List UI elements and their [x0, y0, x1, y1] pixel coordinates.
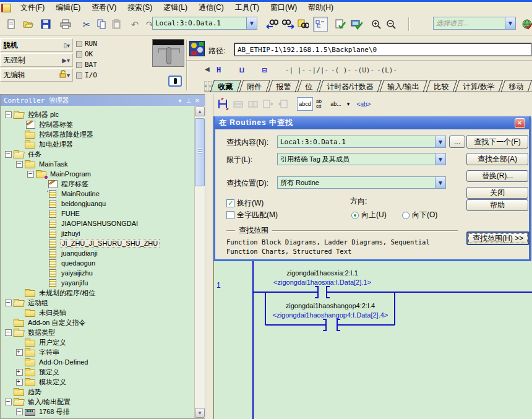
rung-icon[interactable]: H [213, 64, 225, 76]
close-icon[interactable]: ✕ [193, 97, 202, 104]
palette-tab[interactable]: 收藏 [210, 80, 241, 92]
menu-item[interactable]: 查看(V) [86, 2, 122, 14]
tag-combo[interactable]: Local:3:O.Data.1 ▼ [152, 17, 257, 30]
path-value[interactable]: AB_ETHIP-1\192.168.1.5\Backplane\0 [234, 43, 532, 56]
direction-up-radio[interactable]: 向上(U) [351, 210, 387, 220]
menu-item[interactable]: 帮助(H) [302, 2, 339, 14]
search-back-icon[interactable] [265, 17, 280, 32]
menu-item[interactable]: 编辑(E) [50, 2, 86, 14]
contact-tag-name[interactable]: zigongdai1haoshangop4:2:I.4 [250, 302, 411, 309]
tree-item[interactable]: 控制器标签 [1, 119, 194, 129]
chevron-down-icon[interactable]: ▾ [67, 42, 70, 49]
help-button[interactable]: 帮助 [466, 199, 528, 211]
import-rung-icon[interactable] [275, 97, 290, 111]
palette-tab[interactable]: 比较 [426, 80, 457, 92]
radio-off-icon[interactable] [402, 212, 410, 219]
browse-button[interactable]: ... [449, 136, 465, 148]
forces-row[interactable]: 无强制 ▶▾ [0, 53, 73, 67]
print-icon[interactable] [58, 17, 73, 32]
tree-item[interactable]: 运动组 [1, 298, 194, 308]
tree-item[interactable]: 预定义 [1, 367, 194, 377]
open-icon[interactable] [21, 17, 36, 32]
tree-item[interactable]: 输入/输出配置 [1, 397, 194, 407]
within-combo[interactable]: 引用精确 Tag 及其成员 ▼ [277, 153, 446, 165]
chevron-down-icon[interactable]: ▾ [67, 57, 70, 64]
menu-item[interactable]: 文件(F) [15, 2, 50, 14]
chevron-down-icon[interactable]: ▼ [505, 17, 515, 29]
tree-item[interactable]: MainTask [1, 159, 194, 169]
chevron-down-icon[interactable]: ▾ [176, 97, 184, 104]
wrap-checkbox[interactable]: ✓ 换行(W) [226, 198, 264, 209]
palette-tab[interactable]: 计算/数学 [455, 80, 504, 92]
direction-down-radio[interactable]: 向下(O) [402, 210, 437, 220]
tree-item[interactable]: FUHE [1, 209, 194, 218]
expand-toggle-icon[interactable] [16, 379, 23, 386]
expand-toggle-icon[interactable] [5, 399, 12, 405]
expand-toggle-icon[interactable] [16, 408, 23, 415]
find-in-routines-icon[interactable] [296, 17, 311, 32]
replace-button[interactable]: 替换(R)... [466, 170, 528, 182]
language-combo[interactable]: 选择语言... ▼ [433, 17, 516, 30]
checkbox-unchecked-icon[interactable] [226, 211, 234, 219]
expand-toggle-icon[interactable] [5, 329, 12, 336]
ladder-view[interactable]: 1 zigongdai1haosxia:2:I.1 <zigongda [213, 261, 532, 419]
tab-scroll-left-icon[interactable]: ‹ [204, 81, 207, 91]
tree-item[interactable]: 趋势 [1, 387, 194, 397]
branch-icon[interactable]: ⊔ [236, 64, 247, 76]
find-all-button[interactable]: 查找全部(A) [466, 153, 528, 165]
tree-item[interactable]: 未归类轴 [1, 308, 194, 317]
checkbox-checked-icon[interactable]: ✓ [226, 199, 234, 207]
show-descriptions-button[interactable]: <ab> [354, 97, 373, 111]
expand-toggle-icon[interactable] [27, 171, 34, 178]
tree-item[interactable]: yaiyaijizhu [1, 268, 194, 278]
tree-item[interactable]: MainProgram [1, 169, 194, 179]
palette-tab[interactable]: 输入/输出 [380, 80, 428, 92]
chevron-down-icon[interactable]: ▾ [344, 97, 353, 111]
tree-item[interactable]: 任务 [1, 149, 194, 159]
expand-toggle-icon[interactable] [5, 111, 12, 118]
close-button[interactable]: 关闭 [466, 187, 528, 199]
tree-item[interactable]: MainRoutine [1, 189, 194, 199]
tree-item[interactable]: 用户定义 [1, 337, 194, 347]
branch-insert-icon[interactable] [231, 97, 246, 111]
tree-item[interactable]: juanqudianji [1, 248, 194, 258]
tree-item[interactable]: yayanjifu [1, 278, 194, 288]
zoom-out-icon[interactable] [384, 17, 398, 32]
branch-level-icon[interactable]: ⊟ [259, 64, 270, 76]
dialog-titlebar[interactable]: 在 Routines 中查找 ✕ [215, 116, 529, 129]
zoom-in-icon[interactable] [369, 17, 384, 32]
chevron-down-icon[interactable]: ▼ [435, 153, 445, 165]
chevron-down-icon[interactable]: ▾ [67, 72, 70, 79]
tree-item[interactable]: 数据类型 [1, 327, 194, 337]
organizer-toggle-icon[interactable] [313, 17, 328, 32]
save-icon[interactable] [38, 17, 53, 32]
tree-item[interactable]: 模块定义 [1, 377, 194, 387]
scroll-down-icon[interactable]: ▼ [195, 408, 205, 418]
radio-on-icon[interactable] [351, 212, 359, 219]
palette-tab[interactable]: 位 [298, 80, 321, 92]
language-globe-icon[interactable] [520, 17, 532, 32]
scroll-thumb[interactable] [195, 118, 205, 186]
menu-item[interactable]: 工具(T) [230, 2, 265, 14]
tree-item[interactable]: 字符串 [1, 347, 194, 357]
expand-toggle-icon[interactable] [16, 161, 23, 168]
show-tag-names-button[interactable]: abcd [297, 97, 313, 111]
tree-item[interactable]: 加电处理器 [1, 139, 194, 149]
expand-toggle-icon[interactable] [16, 369, 23, 376]
contact-tag-name[interactable]: zigongdai1haosxia:2:I.1 [242, 269, 403, 277]
look-in-combo[interactable]: 所有 Routine ▼ [277, 176, 446, 189]
branch-append-icon[interactable] [246, 97, 260, 111]
palette-collapse-icon[interactable]: ◀ [205, 66, 210, 72]
menu-item[interactable]: 通信(C) [193, 2, 230, 14]
expand-toggle-icon[interactable] [5, 300, 12, 306]
otl-icon[interactable]: -(L)- [373, 64, 401, 76]
new-icon[interactable] [4, 17, 19, 32]
verify-routine-icon[interactable] [333, 17, 348, 32]
menu-item[interactable]: 逻辑(L) [158, 2, 193, 14]
find-next-button[interactable]: 查找下一个(F) [466, 135, 528, 149]
tree-item[interactable]: Add-on 自定义指令 [1, 317, 194, 327]
tree-item[interactable]: beidongjuanqu [1, 199, 194, 209]
menu-item[interactable]: 搜索(S) [122, 2, 158, 14]
expand-toggle-icon[interactable] [5, 151, 12, 158]
cut-icon[interactable]: ✂ [79, 17, 94, 32]
